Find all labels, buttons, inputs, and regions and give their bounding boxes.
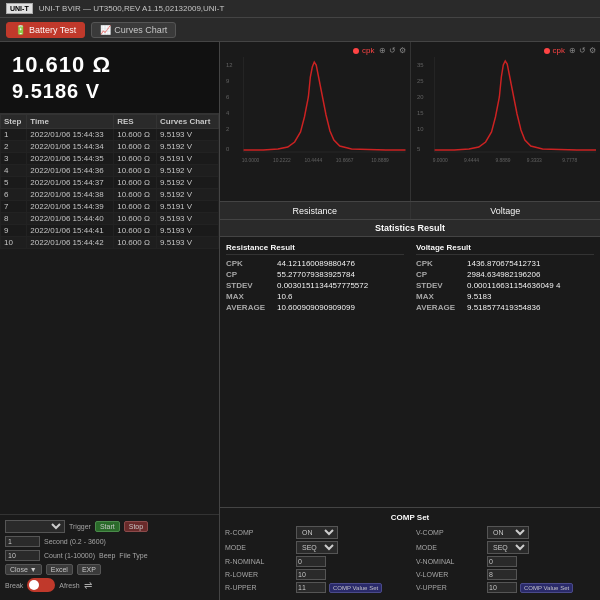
r-lower-input[interactable]: [296, 569, 326, 580]
vol-max-label: MAX: [416, 292, 464, 301]
table-cell: 8: [1, 213, 27, 225]
svg-text:2: 2: [226, 126, 229, 132]
table-cell: 10.600 Ω: [114, 153, 157, 165]
r-lower-label: R-LOWER: [225, 571, 293, 578]
app-title: UNI-T BVIR — UT3500,REV A1.15,02132009,U…: [39, 4, 225, 13]
vol-cp-label: CP: [416, 270, 464, 279]
v-comp-col: V-COMP ONOFF MODE SEQABS V-NOMINAL: [416, 526, 595, 595]
resistance-stats-title: Resistance Result: [226, 243, 404, 255]
v-lower-label: V-LOWER: [416, 571, 484, 578]
table-cell: 9.5191 V: [157, 201, 219, 213]
res-avg-label: AVERAGE: [226, 303, 274, 312]
table-cell: 10.600 Ω: [114, 201, 157, 213]
statistics-section: Statistics Result Resistance Result CPK …: [220, 220, 600, 507]
table-cell: 9.5192 V: [157, 177, 219, 189]
cpk-label-right: cpk: [553, 46, 565, 55]
table-cell: 10.600 Ω: [114, 165, 157, 177]
svg-text:10.6667: 10.6667: [336, 158, 354, 163]
stop-button[interactable]: Stop: [124, 521, 148, 532]
refresh-icon-left[interactable]: ↺: [389, 46, 396, 55]
table-row: 32022/01/06 15:44:3510.600 Ω9.5191 V: [1, 153, 219, 165]
table-row: 42022/01/06 15:44:3610.600 Ω9.5192 V: [1, 165, 219, 177]
r-comp-select[interactable]: ONOFF: [296, 526, 338, 539]
refresh-icon-right[interactable]: ↺: [579, 46, 586, 55]
res-cpk-value: 44.121160089880476: [277, 259, 355, 268]
second-input[interactable]: [5, 536, 40, 547]
svg-text:9.3333: 9.3333: [526, 158, 541, 163]
v-comp-value-btn[interactable]: COMP Value Set: [520, 583, 573, 593]
cpk-label-left: cpk: [362, 46, 374, 55]
trigger-select[interactable]: [5, 520, 65, 533]
table-cell: 9.5193 V: [157, 129, 219, 141]
r-upper-row: R-UPPER COMP Value Set: [225, 582, 404, 593]
battery-test-button[interactable]: 🔋 Battery Test: [6, 22, 85, 38]
voltage-label: Voltage: [411, 202, 601, 219]
vol-avg-label: AVERAGE: [416, 303, 464, 312]
title-bar: UNI-T UNI-T BVIR — UT3500,REV A1.15,0213…: [0, 0, 600, 18]
svg-text:9.0000: 9.0000: [432, 158, 447, 163]
voltage-chart: cpk ⊕ ↺ ⚙ 35 25: [411, 42, 601, 201]
r-nominal-input[interactable]: [296, 556, 326, 567]
table-cell: 10.600 Ω: [114, 177, 157, 189]
vol-stdev-value: 0.000116631154636049 4: [467, 281, 560, 290]
v-nominal-input[interactable]: [487, 556, 517, 567]
settings-icon-left[interactable]: ⚙: [399, 46, 406, 55]
chart-icons-left: ⊕ ↺ ⚙: [379, 46, 406, 55]
svg-text:20: 20: [416, 94, 423, 100]
table-body: 12022/01/06 15:44:3310.600 Ω9.5193 V2202…: [1, 129, 219, 249]
count-label: Count (1-10000): [44, 552, 95, 559]
controls-panel: Trigger Start Stop Second (0.2 - 3600) C…: [0, 514, 219, 600]
right-chart-svg: 35 25 20 15 10 5 9.0000 9.4444 9.8889 9.…: [415, 57, 597, 165]
resistance-chart: cpk ⊕ ↺ ⚙ 12 9: [220, 42, 411, 201]
cpk-dot-right: [544, 48, 550, 54]
exp-button[interactable]: EXP: [77, 564, 101, 575]
col-step: Step: [1, 115, 27, 129]
comp-set-section: COMP Set R-COMP ONOFF MODE SEQABS: [220, 507, 600, 600]
curves-chart-button[interactable]: 📈 Curves Chart: [91, 22, 176, 38]
count-input[interactable]: [5, 550, 40, 561]
chart-cpk-left: cpk: [353, 46, 374, 55]
r-mode-select[interactable]: SEQABS: [296, 541, 338, 554]
table-cell: 2022/01/06 15:44:37: [27, 177, 114, 189]
zoom-icon-left[interactable]: ⊕: [379, 46, 386, 55]
v-comp-select[interactable]: ONOFF: [487, 526, 529, 539]
r-comp-value-btn[interactable]: COMP Value Set: [329, 583, 382, 593]
charts-row: cpk ⊕ ↺ ⚙ 12 9: [220, 42, 600, 202]
table-cell: 10.600 Ω: [114, 141, 157, 153]
left-chart-svg: 12 9 6 4 2 0 10.0000 10.2222 10.4444 10.…: [224, 57, 406, 165]
shuffle-icon[interactable]: ⇌: [84, 580, 92, 591]
table-cell: 2022/01/06 15:44:36: [27, 165, 114, 177]
table-cell: 2022/01/06 15:44:35: [27, 153, 114, 165]
start-button[interactable]: Start: [95, 521, 120, 532]
right-panel: cpk ⊕ ↺ ⚙ 12 9: [220, 42, 600, 600]
break-toggle[interactable]: [27, 578, 55, 592]
table-cell: 2022/01/06 15:44:41: [27, 225, 114, 237]
zoom-icon-right[interactable]: ⊕: [569, 46, 576, 55]
toolbar: 🔋 Battery Test 📈 Curves Chart: [0, 18, 600, 42]
table-cell: 2022/01/06 15:44:39: [27, 201, 114, 213]
measurement-display: 10.610 Ω 9.5186 V: [0, 42, 219, 114]
svg-text:6: 6: [226, 94, 230, 100]
v-comp-row: V-COMP ONOFF: [416, 526, 595, 539]
col-time: Time: [27, 115, 114, 129]
chart-icon: 📈: [100, 25, 111, 35]
svg-text:9.7778: 9.7778: [562, 158, 577, 163]
v-mode-row: MODE SEQABS: [416, 541, 595, 554]
trigger-label: Trigger: [69, 523, 91, 530]
vol-max-row: MAX 9.5183: [416, 292, 594, 301]
v-mode-select[interactable]: SEQABS: [487, 541, 529, 554]
close-button[interactable]: Close ▼: [5, 564, 42, 575]
v-upper-input[interactable]: [487, 582, 517, 593]
second-row: Second (0.2 - 3600): [5, 536, 214, 547]
chart-svg-right: 35 25 20 15 10 5 9.0000 9.4444 9.8889 9.…: [415, 57, 597, 177]
data-table: Step Time RES Curves Chart 12022/01/06 1…: [0, 114, 219, 249]
v-lower-input[interactable]: [487, 569, 517, 580]
chart-cpk-right: cpk: [544, 46, 565, 55]
r-upper-input[interactable]: [296, 582, 326, 593]
settings-icon-right[interactable]: ⚙: [589, 46, 596, 55]
vol-avg-value: 9.518577419354836: [467, 303, 540, 312]
svg-text:10.8889: 10.8889: [371, 158, 389, 163]
v-comp-label: V-COMP: [416, 529, 484, 536]
col-res: RES: [114, 115, 157, 129]
excel-button[interactable]: Excel: [46, 564, 73, 575]
